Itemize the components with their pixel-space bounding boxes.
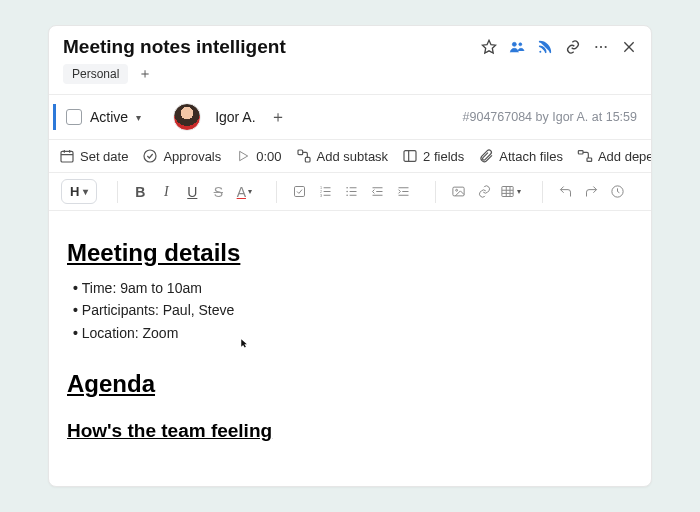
approvals-button[interactable]: Approvals: [142, 148, 221, 164]
bullet-list-button[interactable]: [339, 180, 363, 204]
title-actions: [481, 39, 637, 55]
svg-point-6: [605, 46, 607, 48]
svg-marker-0: [482, 40, 495, 53]
undo-button[interactable]: [553, 180, 577, 204]
dependency-icon: [577, 148, 593, 164]
redo-button[interactable]: [579, 180, 603, 204]
checklist-button[interactable]: [287, 180, 311, 204]
attach-button[interactable]: Attach files: [478, 148, 563, 164]
svg-rect-22: [294, 187, 304, 197]
document-body[interactable]: Meeting details Time: 9am to 10am Partic…: [49, 211, 651, 486]
calendar-icon: [59, 148, 75, 164]
timer-button[interactable]: 0:00: [235, 148, 281, 164]
svg-point-1: [512, 42, 516, 46]
list-item[interactable]: Location: Zoom: [73, 322, 633, 344]
svg-point-4: [595, 46, 597, 48]
cursor-icon: [240, 336, 250, 350]
subtask-icon: [296, 148, 312, 164]
divider: [435, 181, 436, 203]
chevron-down-icon: ▾: [83, 186, 88, 197]
more-icon[interactable]: [593, 39, 609, 55]
people-icon[interactable]: [509, 39, 525, 55]
svg-rect-9: [61, 151, 73, 162]
chevron-down-icon: ▾: [136, 112, 141, 123]
status-selector[interactable]: Active ▾: [53, 104, 151, 130]
label: Add dependency: [598, 149, 651, 164]
divider: [276, 181, 277, 203]
italic-button[interactable]: I: [154, 180, 178, 204]
set-date-button[interactable]: Set date: [59, 148, 128, 164]
svg-rect-43: [501, 187, 512, 197]
svg-point-32: [346, 187, 348, 189]
task-toolbar: Set date Approvals 0:00 Add subtask 2 fi…: [49, 140, 651, 172]
svg-text:3: 3: [320, 194, 322, 198]
svg-point-3: [539, 51, 541, 53]
task-title[interactable]: Meeting notes intelligent: [63, 36, 481, 58]
svg-point-5: [600, 46, 602, 48]
divider: [117, 181, 118, 203]
heading-team-feeling[interactable]: How's the team feeling: [67, 420, 633, 442]
indent-button[interactable]: [391, 180, 415, 204]
svg-rect-16: [305, 157, 310, 162]
details-list[interactable]: Time: 9am to 10am Participants: Paul, St…: [67, 277, 633, 344]
outdent-button[interactable]: [365, 180, 389, 204]
bold-button[interactable]: B: [128, 180, 152, 204]
dependency-button[interactable]: Add dependency: [577, 148, 651, 164]
status-left: Active ▾ Igor A. ＋: [49, 103, 286, 131]
svg-point-34: [346, 194, 348, 196]
label: 0:00: [256, 149, 281, 164]
list-item[interactable]: Time: 9am to 10am: [73, 277, 633, 299]
divider: [542, 181, 543, 203]
svg-point-13: [144, 150, 156, 162]
history-button[interactable]: [605, 180, 629, 204]
task-card: Meeting notes intelligent Personal: [48, 25, 652, 487]
heading-selector[interactable]: H ▾: [61, 179, 97, 204]
ordered-list-button[interactable]: 123: [313, 180, 337, 204]
list-item-text: Location: Zoom: [82, 325, 179, 341]
svg-rect-17: [404, 151, 416, 162]
check-circle-icon: [142, 148, 158, 164]
add-folder-button[interactable]: ＋: [138, 65, 152, 83]
heading-agenda[interactable]: Agenda: [67, 370, 633, 398]
heading-meeting-details[interactable]: Meeting details: [67, 239, 633, 267]
svg-rect-19: [578, 151, 583, 154]
svg-point-2: [519, 43, 522, 46]
strike-button[interactable]: S: [206, 180, 230, 204]
svg-point-42: [455, 189, 457, 191]
table-button[interactable]: ▾: [498, 180, 522, 204]
label: H: [70, 184, 79, 199]
star-icon[interactable]: [481, 39, 497, 55]
status-row: Active ▾ Igor A. ＋ #904767084 by Igor A.…: [49, 95, 651, 139]
format-bar: H ▾ B I U S A ▾ 123 ▾: [49, 173, 651, 210]
svg-rect-15: [298, 150, 303, 155]
underline-button[interactable]: U: [180, 180, 204, 204]
complete-checkbox[interactable]: [66, 109, 82, 125]
folder-chip[interactable]: Personal: [63, 64, 128, 84]
task-meta: #904767084 by Igor A. at 15:59: [463, 110, 637, 124]
assignee-name[interactable]: Igor A.: [215, 109, 255, 125]
svg-marker-14: [240, 151, 248, 160]
add-assignee-button[interactable]: ＋: [270, 107, 286, 128]
fields-button[interactable]: 2 fields: [402, 148, 464, 164]
image-button[interactable]: [446, 180, 470, 204]
title-bar: Meeting notes intelligent: [49, 26, 651, 62]
label: Add subtask: [317, 149, 389, 164]
label: 2 fields: [423, 149, 464, 164]
text-color-button[interactable]: A ▾: [232, 180, 256, 204]
folder-row: Personal ＋: [49, 62, 651, 94]
insert-link-button[interactable]: [472, 180, 496, 204]
fields-icon: [402, 148, 418, 164]
avatar[interactable]: [173, 103, 201, 131]
label: Approvals: [163, 149, 221, 164]
svg-rect-20: [587, 158, 592, 161]
list-item[interactable]: Participants: Paul, Steve: [73, 299, 633, 321]
play-icon: [235, 148, 251, 164]
svg-rect-41: [452, 187, 463, 196]
label: Set date: [80, 149, 128, 164]
label: Attach files: [499, 149, 563, 164]
close-icon[interactable]: [621, 39, 637, 55]
rss-icon[interactable]: [537, 39, 553, 55]
link-icon[interactable]: [565, 39, 581, 55]
add-subtask-button[interactable]: Add subtask: [296, 148, 389, 164]
svg-point-33: [346, 191, 348, 193]
